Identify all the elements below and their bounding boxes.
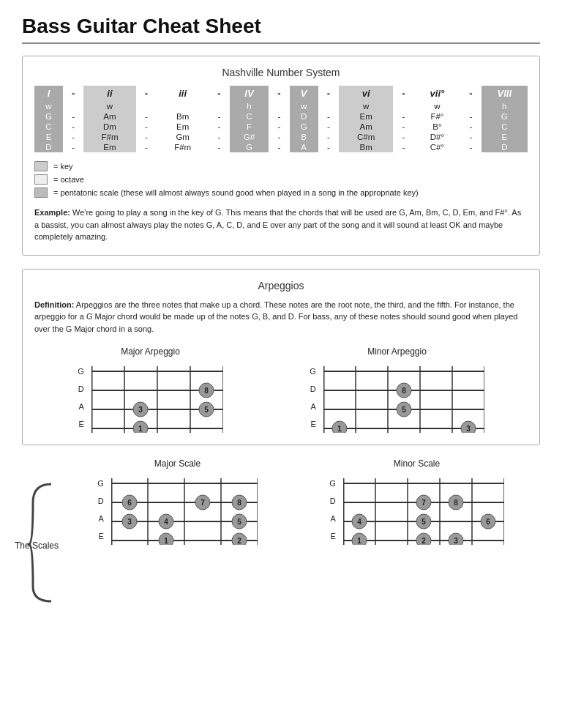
svg-text:4: 4 — [164, 518, 168, 526]
svg-text:5: 5 — [422, 518, 426, 526]
legend-octave-box — [34, 174, 48, 185]
col-VIII: VIII — [482, 86, 528, 101]
legend-key: = key — [34, 161, 528, 171]
minor-arpeggio-fretboard: G D A E — [310, 363, 484, 433]
minor-scale-string-G: G — [329, 475, 339, 492]
arpeggios-title: Arpeggios — [34, 280, 528, 291]
definition-text: Definition: Arpeggios are the three note… — [34, 299, 528, 335]
scale-string-G: G — [97, 475, 107, 492]
scale-string-D: D — [97, 492, 107, 510]
title-divider — [22, 42, 540, 44]
minor-scale-diagram: Minor Scale G D A E — [329, 458, 504, 545]
svg-text:7: 7 — [422, 499, 426, 507]
major-arpeggio-fretboard: G D A E — [78, 363, 223, 433]
col-V: V — [290, 86, 318, 101]
legend-penta-label: = pentatonic scale (these will almost al… — [53, 188, 419, 197]
svg-text:8: 8 — [237, 499, 241, 507]
string-label-G: G — [78, 363, 87, 380]
legend-penta-box — [34, 187, 48, 198]
svg-text:2: 2 — [422, 537, 426, 545]
svg-text:3: 3 — [127, 518, 132, 526]
scales-brace-area: The Scales — [22, 480, 59, 551]
arpeggios-section: Arpeggios Definition: Arpeggios are the … — [22, 269, 540, 446]
legend-key-box — [34, 161, 48, 171]
legend-penta: = pentatonic scale (these will almost al… — [34, 187, 528, 198]
minor-scale-string-E: E — [329, 527, 339, 545]
svg-text:6: 6 — [127, 499, 132, 507]
minor-scale-string-A: A — [329, 510, 339, 527]
major-arpeggio-diagram: Major Arpeggio G D A E — [78, 346, 223, 433]
svg-text:3: 3 — [466, 425, 471, 433]
minor-arpeggio-svg: 8 5 1 3 — [323, 363, 484, 433]
minor-arpeggio-label: Minor Arpeggio — [367, 346, 427, 357]
string-label-E2: E — [310, 415, 319, 433]
string-label-A: A — [78, 398, 87, 415]
svg-text:5: 5 — [237, 518, 241, 526]
major-scale-fretboard: G D A E — [97, 475, 258, 545]
minor-scale-svg: 7 8 4 5 6 1 — [343, 475, 504, 545]
svg-text:1: 1 — [138, 425, 143, 433]
scale-string-A: A — [97, 510, 107, 527]
minor-arpeggio-diagram: Minor Arpeggio G D A E — [310, 346, 484, 433]
nashville-title: Nashville Number System — [34, 67, 528, 78]
major-scale-label: Major Scale — [154, 458, 201, 469]
major-scale-diagram: Major Scale G D A E — [97, 458, 258, 545]
scales-diagrams: Major Scale G D A E — [61, 458, 540, 545]
minor-scale-label: Minor Scale — [394, 458, 440, 469]
arpeggio-diagrams: Major Arpeggio G D A E — [34, 346, 528, 433]
legend-octave: = octave — [34, 174, 528, 185]
legend-key-label: = key — [53, 162, 73, 171]
svg-text:1: 1 — [164, 537, 168, 545]
col-vi: vi — [339, 86, 393, 101]
definition-body: Arpeggios are the three notes that make … — [34, 300, 517, 333]
legend: = key = octave = pentatonic scale (these… — [34, 161, 528, 198]
page-title: Bass Guitar Cheat Sheet — [22, 15, 540, 38]
svg-text:8: 8 — [204, 387, 209, 395]
svg-text:4: 4 — [357, 518, 361, 526]
scales-section: The Scales Major Scale G D A E — [22, 458, 540, 551]
string-label-D2: D — [310, 380, 319, 398]
svg-text:5: 5 — [402, 406, 406, 414]
svg-text:3: 3 — [454, 537, 458, 545]
string-label-D: D — [78, 380, 87, 398]
scale-string-E: E — [97, 527, 107, 545]
col-ii: ii — [83, 86, 135, 101]
example-text: Example: We're going to play a song in t… — [34, 207, 528, 243]
nashville-table: I - ii - iii - IV - V - vi - vii° - VIII… — [34, 86, 528, 152]
svg-text:8: 8 — [402, 387, 406, 395]
string-label-A2: A — [310, 398, 319, 415]
major-arpeggio-svg: 3 8 5 1 — [91, 363, 223, 433]
svg-text:8: 8 — [454, 499, 458, 507]
string-label-E: E — [78, 415, 87, 433]
col-IV: IV — [230, 86, 269, 101]
minor-scale-fretboard: G D A E — [329, 475, 504, 545]
example-body: We're going to play a song in the key of… — [34, 208, 521, 241]
svg-text:5: 5 — [204, 406, 209, 414]
nashville-section: Nashville Number System I - ii - iii - I… — [22, 56, 540, 256]
svg-text:1: 1 — [337, 425, 342, 433]
major-arpeggio-label: Major Arpeggio — [121, 346, 180, 357]
svg-text:2: 2 — [237, 537, 241, 545]
scales-label: The Scales — [15, 541, 59, 551]
definition-prefix: Definition: — [34, 300, 74, 309]
svg-text:1: 1 — [357, 537, 361, 545]
svg-text:7: 7 — [201, 499, 205, 507]
col-I: I — [34, 86, 63, 101]
svg-text:3: 3 — [138, 406, 143, 414]
example-prefix: Example: — [34, 208, 70, 217]
string-label-G2: G — [310, 363, 319, 380]
minor-scale-string-D: D — [329, 492, 339, 510]
major-scale-svg: 6 7 8 3 4 5 — [111, 475, 258, 545]
legend-octave-label: = octave — [53, 175, 84, 184]
svg-text:6: 6 — [486, 518, 490, 526]
